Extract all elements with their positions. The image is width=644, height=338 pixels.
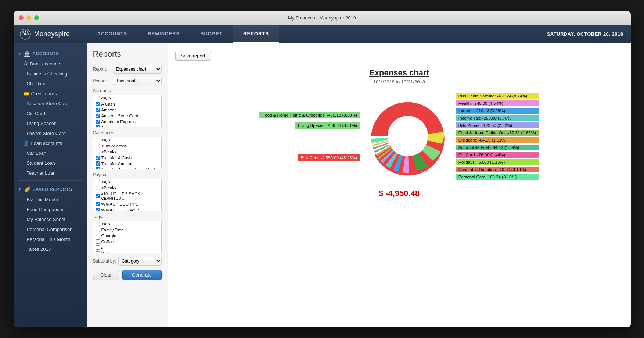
sidebar-item-lowes-store-card[interactable]: Lowe's Store Card xyxy=(14,128,87,138)
sidebar: ▼ 🏦 ACCOUNTS 🏛 Bank accounts Business Ch… xyxy=(14,43,87,327)
payees-section-label: Payees: xyxy=(93,172,162,177)
sidebar-item-student-loan[interactable]: Student Loan xyxy=(14,158,87,168)
chart-subtitle: 10/1/2018 to 10/31/2018 xyxy=(373,79,425,85)
sidebar-item-living-spaces[interactable]: Living Spaces xyxy=(14,118,87,128)
period-select[interactable]: This month xyxy=(113,77,162,85)
sidebar-item-my-balance-sheet[interactable]: My Balance Sheet xyxy=(14,214,87,224)
legend-item-charitable: Charitable Donation: -10.00 (0.19%) xyxy=(456,167,539,172)
nav-tabs: ACCOUNTS REMINDERS BUDGET REPORTS xyxy=(87,25,540,43)
list-item[interactable]: Coffee xyxy=(93,239,161,245)
accounts-list[interactable]: <All> A Cash Amazon Amazon Store Card Am… xyxy=(93,95,162,127)
sidebar-item-personal-this-month[interactable]: Personal This Month xyxy=(14,234,87,244)
reports-layout: Reports Report: Expenses chart Period: T… xyxy=(87,43,631,327)
saved-reports-icon: 🌈 xyxy=(24,186,30,192)
logo: Moneyspire xyxy=(14,25,87,43)
tab-budget[interactable]: BUDGET xyxy=(190,25,233,43)
list-item[interactable]: <All> xyxy=(93,95,161,101)
saved-reports-arrow-icon: ▼ xyxy=(18,187,22,191)
list-item[interactable]: a xyxy=(93,245,161,250)
list-item[interactable]: <All> xyxy=(93,137,161,143)
svg-line-6 xyxy=(23,32,25,34)
sidebar-item-taxes-2017[interactable]: Taxes 2017 xyxy=(14,244,87,254)
accounts-section-header[interactable]: ▼ 🏦 ACCOUNTS xyxy=(14,47,87,59)
save-report-button[interactable]: Save report xyxy=(175,51,211,61)
tab-accounts[interactable]: ACCOUNTS xyxy=(87,25,138,43)
sidebar-item-citi-card[interactable]: Citi Card xyxy=(14,108,87,118)
chart-container: Expenses chart 10/1/2018 to 10/31/2018 F… xyxy=(175,68,623,320)
generate-button[interactable]: Generate xyxy=(122,270,162,280)
list-item[interactable]: <Blank> xyxy=(93,149,161,155)
list-item[interactable]: Transfer:Amazon Store Card xyxy=(93,167,161,169)
sidebar-item-bank-accounts[interactable]: 🏛 Bank accounts xyxy=(14,59,87,69)
tab-reminders[interactable]: REMINDERS xyxy=(137,25,190,43)
loan-icon: 👤 xyxy=(23,140,29,146)
categories-section-label: Categories: xyxy=(93,130,162,135)
tags-section-label: Tags: xyxy=(93,214,162,219)
titlebar: My Finances - Moneyspire 2019 xyxy=(14,11,631,25)
payees-list[interactable]: <All> <Blank> #10 LUCILLE'S SMOK CERRITO… xyxy=(93,179,162,211)
list-item[interactable]: <Blank> xyxy=(93,185,161,191)
list-item[interactable]: <All> xyxy=(93,221,161,227)
subtotal-row: Subtotal by: Category xyxy=(93,257,162,266)
chart-total: $ -4,950.48 xyxy=(379,189,420,198)
tab-reports[interactable]: REPORTS xyxy=(233,25,279,43)
report-select[interactable]: Expenses chart xyxy=(113,65,162,74)
period-row: Period: This month xyxy=(93,77,162,85)
logo-text: Moneyspire xyxy=(34,30,70,38)
sidebar-item-biz-this-month[interactable]: Biz This Month xyxy=(14,195,87,204)
legend-item-income-tax: Income Tax: -200.00 (3.78%) xyxy=(456,115,539,121)
logo-icon xyxy=(19,28,31,40)
credit-card-icon: 💳 xyxy=(23,91,29,96)
list-item[interactable]: <All> xyxy=(93,179,161,185)
sidebar-item-teacher-loan[interactable]: Teacher Loan xyxy=(14,168,87,178)
list-item[interactable]: <Tax-related> xyxy=(93,143,161,149)
sidebar-item-amazon-store-card[interactable]: Amazon Store Card xyxy=(14,99,87,108)
donut-chart xyxy=(364,92,452,181)
list-item[interactable]: Transfer:Amazon xyxy=(93,161,161,167)
sidebar-divider xyxy=(18,180,83,181)
list-item[interactable]: Amazon Store Card xyxy=(93,113,161,119)
list-item[interactable]: A Cash xyxy=(93,101,161,107)
list-item[interactable]: %% ACH ECC WEB xyxy=(93,207,161,211)
clear-button[interactable]: Clear xyxy=(93,270,119,280)
sidebar-item-business-checking[interactable]: Business Checking xyxy=(14,69,87,79)
chart-title: Expenses chart xyxy=(369,68,429,78)
saved-reports-section-header[interactable]: ▼ 🌈 SAVED REPORTS xyxy=(14,183,87,195)
sidebar-item-loan-accounts[interactable]: 👤 Loan accounts xyxy=(14,138,87,148)
categories-list[interactable]: <All> <Tax-related> <Blank> Transfer:A C… xyxy=(93,137,162,169)
sidebar-item-credit-cards[interactable]: 💳 Credit cards xyxy=(14,89,87,99)
list-item[interactable]: Split xyxy=(93,250,161,253)
sidebar-item-checking[interactable]: Checking xyxy=(14,79,87,89)
maximize-button[interactable] xyxy=(34,15,39,20)
legend-item-fuel: Automobile:Fuel: -84.12 (1.59%) xyxy=(456,145,539,150)
list-item[interactable]: %% ACH ECC PPD xyxy=(93,201,161,207)
list-item[interactable]: Ashley xyxy=(93,125,161,127)
svg-point-10 xyxy=(388,116,428,156)
report-type-row: Report: Expenses chart xyxy=(93,65,162,74)
sidebar-item-car-loan[interactable]: Car Loan xyxy=(14,148,87,158)
report-label: Report: xyxy=(93,67,111,72)
sidebar-item-food-comparison[interactable]: Food Comparison xyxy=(14,204,87,214)
list-item[interactable]: Amazon xyxy=(93,107,161,113)
accounts-label: ACCOUNTS xyxy=(32,51,59,56)
sidebar-item-personal-comparison[interactable]: Personal Comparison xyxy=(14,224,87,234)
tags-list[interactable]: <All> Family Time Georgie Coffee a Split… xyxy=(93,221,162,253)
window-title: My Finances - Moneyspire 2019 xyxy=(288,15,356,21)
minimize-button[interactable] xyxy=(26,15,31,20)
list-item[interactable]: Family Time xyxy=(93,227,161,233)
app-window: My Finances - Moneyspire 2019 Moneyspire… xyxy=(14,11,631,327)
close-button[interactable] xyxy=(19,15,24,20)
accounts-icon: 🏦 xyxy=(24,51,30,57)
legend-item-interest: Interest: -210.43 (3.98%) xyxy=(456,108,539,114)
list-item[interactable]: American Express xyxy=(93,119,161,125)
subtotal-select[interactable]: Category xyxy=(118,257,162,266)
bank-icon: 🏛 xyxy=(23,61,28,67)
callout-food-home: Food & Home:Home & Groceries: -465.13 (8… xyxy=(259,112,360,118)
list-item[interactable]: Transfer:A Cash xyxy=(93,155,161,161)
reports-heading: Reports xyxy=(93,49,162,59)
legend-item-cable: Bills:Cable/Satellite: -462.24 (8.74%) xyxy=(456,93,539,99)
list-item[interactable]: Georgie xyxy=(93,233,161,239)
navbar: Moneyspire ACCOUNTS REMINDERS BUDGET REP… xyxy=(14,25,631,43)
period-label: Period: xyxy=(93,78,111,83)
list-item[interactable]: #10 LUCILLE'S SMOK CERRITOS ... xyxy=(93,191,161,201)
